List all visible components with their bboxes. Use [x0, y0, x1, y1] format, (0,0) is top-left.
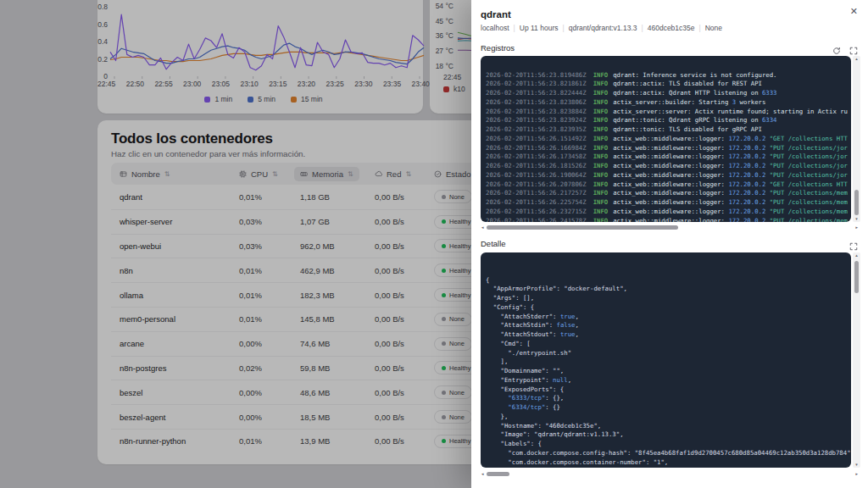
logs-panel[interactable]: 2026-02-20T11:56:23.819486ZINFOqdrant: I… [481, 56, 851, 222]
log-line: 2026-02-20T11:56:26.173458ZINFOactix_web… [486, 152, 851, 162]
drawer-meta-item: Up 11 hours [520, 24, 559, 32]
drawer-meta-item: qdrant/qdrant:v1.13.3 [569, 24, 637, 32]
drawer-meta-item: 460dceb1c35e [648, 24, 695, 32]
drawer-meta: localhost|Up 11 hours|qdrant/qdrant:v1.1… [481, 24, 722, 32]
detail-line: "ExposedPorts": { [486, 385, 851, 395]
log-line: 2026-02-20T11:56:26.232715ZINFOactix_web… [486, 208, 851, 217]
detail-vscroll-thumb[interactable] [854, 261, 859, 293]
detail-vertical-scrollbar[interactable]: ▲▼ [853, 252, 860, 468]
drawer-title: qdrant [481, 9, 511, 19]
log-line: 2026-02-20T11:56:26.241578ZINFOactix_web… [486, 217, 851, 223]
detail-section-label: Detalle [481, 239, 506, 248]
detail-line: "6333/tcp": {}, [486, 394, 851, 403]
detail-line: "AppArmorProfile": "docker-default", [486, 285, 851, 294]
logs-hscroll-thumb[interactable] [487, 225, 678, 230]
detail-hscroll-thumb[interactable] [487, 472, 509, 476]
log-line: 2026-02-20T11:56:23.823935ZINFOqdrant::t… [486, 125, 851, 135]
detail-line: "AttachStderr": true, [486, 313, 851, 322]
detail-line: "Domainname": "", [486, 367, 851, 376]
drawer-meta-item: localhost [481, 24, 509, 32]
log-line: 2026-02-20T11:56:26.190064ZINFOactix_web… [486, 171, 851, 180]
detail-line: ], [486, 358, 851, 367]
log-line: 2026-02-20T11:56:26.207806ZINFOactix_web… [486, 180, 851, 190]
detail-line: }, [486, 413, 851, 422]
log-line: 2026-02-20T11:56:23.822444ZINFOqdrant::a… [486, 89, 851, 98]
log-line: 2026-02-20T11:56:26.225754ZINFOactix_web… [486, 198, 851, 208]
detail-line: "Cmd": [ [486, 340, 851, 349]
detail-line: "Entrypoint": null, [486, 376, 851, 385]
log-line: 2026-02-20T11:56:23.821861ZINFOqdrant::a… [486, 80, 851, 89]
detail-line: "./entrypoint.sh" [486, 349, 851, 358]
detail-line: "Args": [], [486, 294, 851, 303]
log-line: 2026-02-20T11:56:23.819486ZINFOqdrant: I… [486, 71, 851, 80]
logs-horizontal-scrollbar[interactable]: ◄► [481, 225, 859, 230]
log-line: 2026-02-20T11:56:26.181526ZINFOactix_web… [486, 162, 851, 171]
detail-lines: { "AppArmorProfile": "docker-default", "… [486, 276, 851, 469]
log-line: 2026-02-20T11:56:23.823884ZINFOactix_ser… [486, 108, 851, 117]
detail-line: "AttachStdout": true, [486, 330, 851, 340]
detail-line: "com.docker.compose.depends_on": "", [486, 467, 851, 468]
detail-line: "Image": "qdrant/qdrant:v1.13.3", [486, 430, 851, 440]
detail-line: "AttachStdin": false, [486, 321, 851, 330]
detail-line: "Hostname": "460dceb1c35e", [486, 422, 851, 431]
log-lines: 2026-02-20T11:56:23.819486ZINFOqdrant: I… [486, 71, 851, 223]
detail-line: { [486, 276, 851, 286]
logs-section-label: Registros [481, 43, 515, 53]
detail-line: "Config": { [486, 303, 851, 313]
close-icon[interactable]: ✕ [850, 6, 858, 17]
detail-line: "6334/tcp": {} [486, 403, 851, 413]
log-line: 2026-02-20T11:56:26.166984ZINFOactix_web… [486, 144, 851, 153]
detail-panel[interactable]: { "AppArmorProfile": "docker-default", "… [481, 252, 851, 468]
detail-line: "com.docker.compose.container-number": "… [486, 458, 851, 468]
logs-vertical-scrollbar[interactable]: ▲▼ [853, 56, 860, 222]
container-detail-drawer: ✕ qdrant localhost|Up 11 hours|qdrant/qd… [471, 0, 868, 488]
log-line: 2026-02-20T11:56:26.151492ZINFOactix_web… [486, 135, 851, 144]
log-line: 2026-02-20T11:56:23.823924ZINFOqdrant::t… [486, 116, 851, 125]
detail-line: "Labels": { [486, 440, 851, 449]
detail-line: "com.docker.compose.config-hash": "8f45e… [486, 449, 851, 458]
log-line: 2026-02-20T11:56:26.217257ZINFOactix_web… [486, 189, 851, 198]
detail-horizontal-scrollbar[interactable]: ◄► [481, 471, 859, 477]
logs-vscroll-thumb[interactable] [854, 190, 859, 215]
log-line: 2026-02-20T11:56:23.823806ZINFOactix_ser… [486, 98, 851, 108]
drawer-meta-item: None [705, 24, 722, 32]
